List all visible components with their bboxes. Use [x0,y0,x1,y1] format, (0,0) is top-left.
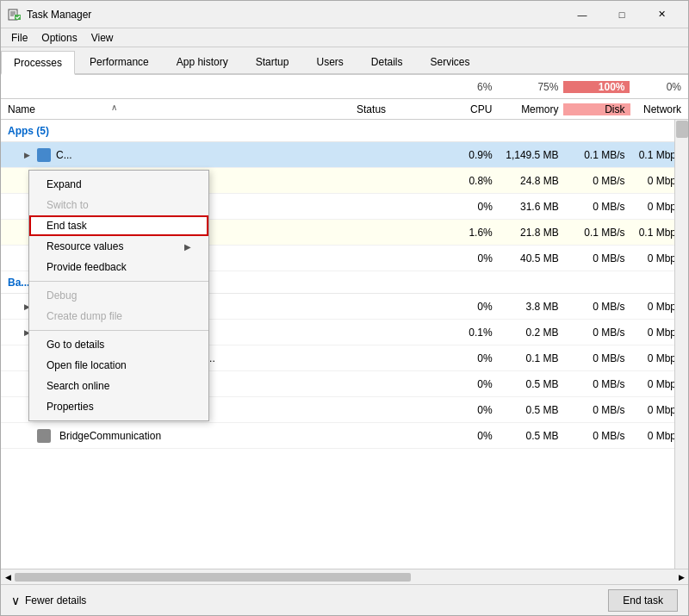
submenu-arrow: ▶ [184,242,191,252]
col-header-name[interactable]: Name [1,103,357,115]
ctx-switch-to: Switch to [29,195,208,215]
table-row[interactable]: ▶ C... 0.9% 1,149.5 MB 0.1 MB/s 0.1 Mbps [1,142,688,168]
tab-app-history[interactable]: App history [164,49,241,73]
horizontal-scrollbar[interactable]: ◀ ▶ [1,569,688,584]
ctx-end-task[interactable]: End task [29,215,208,236]
svg-rect-4 [15,15,21,20]
menu-bar: File Options View [1,28,688,47]
row-name-app1: ▶ C... [1,148,357,162]
col-header-cpu[interactable]: CPU [439,103,497,115]
scroll-track[interactable] [15,571,674,583]
ctx-expand[interactable]: Expand [29,174,208,195]
context-menu: Expand Switch to End task Resource value… [28,170,209,421]
tab-services[interactable]: Services [418,49,483,73]
status-bar: ∨ Fewer details End task [1,584,688,615]
tab-performance[interactable]: Performance [77,49,162,73]
ctx-separator-2 [29,330,208,331]
title-bar-text: Task Manager [27,9,562,21]
close-button[interactable]: ✕ [642,1,681,28]
tab-processes[interactable]: Processes [1,51,75,75]
scroll-right-btn[interactable]: ▶ [674,569,688,585]
column-headers: ∧ Name Status CPU Memory Disk Network [1,99,688,120]
sort-arrow: ∧ [111,103,117,112]
scrollbar-thumb[interactable] [676,121,688,138]
app-icon-app1 [37,148,51,162]
tab-users[interactable]: Users [303,49,356,73]
vertical-scrollbar[interactable] [674,120,688,569]
menu-file[interactable]: File [4,28,34,47]
ctx-open-file-location[interactable]: Open file location [29,355,208,376]
ctx-resource-values[interactable]: Resource values ▶ [29,236,208,257]
col-header-status[interactable]: Status [357,103,439,115]
minimize-button[interactable]: — [562,1,602,28]
section-apps: Apps (5) [1,120,688,142]
col-header-disk[interactable]: Disk [563,103,630,115]
scroll-thumb[interactable] [15,573,411,582]
scroll-left-btn[interactable]: ◀ [1,569,15,585]
col-header-network[interactable]: Network [630,103,689,115]
ctx-create-dump: Create dump file [29,306,208,327]
ctx-separator-1 [29,281,208,282]
table-body: Apps (5) ▶ C... 0.9% 1,149.5 MB 0.1 MB/s… [1,120,688,569]
value-headers: 6% 75% 100% 0% [1,75,688,99]
ctx-properties[interactable]: Properties [29,396,208,417]
col-header-memory[interactable]: Memory [497,103,563,115]
end-task-button[interactable]: End task [608,589,678,612]
disk-percent: 100% [563,81,630,93]
title-bar: Task Manager — □ ✕ [1,1,688,28]
ctx-go-to-details[interactable]: Go to details [29,334,208,355]
menu-view[interactable]: View [84,28,121,47]
fewer-details-button[interactable]: ∨ Fewer details [11,594,86,607]
memory-percent: 75% [497,81,563,93]
ctx-provide-feedback[interactable]: Provide feedback [29,257,208,277]
maximize-button[interactable]: □ [602,1,642,28]
chevron-down-icon: ∨ [11,594,20,607]
background-label: Ba... [8,277,29,289]
title-bar-controls: — □ ✕ [562,1,681,28]
app-icon [8,8,22,22]
table-row[interactable]: BridgeCommunication 0% 0.5 MB 0 MB/s 0 M… [1,423,688,449]
menu-options[interactable]: Options [34,28,84,47]
tab-startup[interactable]: Startup [243,49,302,73]
task-manager-window: Task Manager — □ ✕ File Options View Pro… [0,0,689,616]
cpu-percent: 6% [439,81,497,93]
ctx-search-online[interactable]: Search online [29,376,208,396]
ctx-debug: Debug [29,285,208,306]
network-percent: 0% [630,81,688,93]
tab-details[interactable]: Details [358,49,416,73]
tabs-bar: Processes Performance App history Startu… [1,47,688,75]
main-content: 6% 75% 100% 0% ∧ Name Status CPU Memory … [1,75,688,584]
expand-icon: ▶ [22,150,32,160]
